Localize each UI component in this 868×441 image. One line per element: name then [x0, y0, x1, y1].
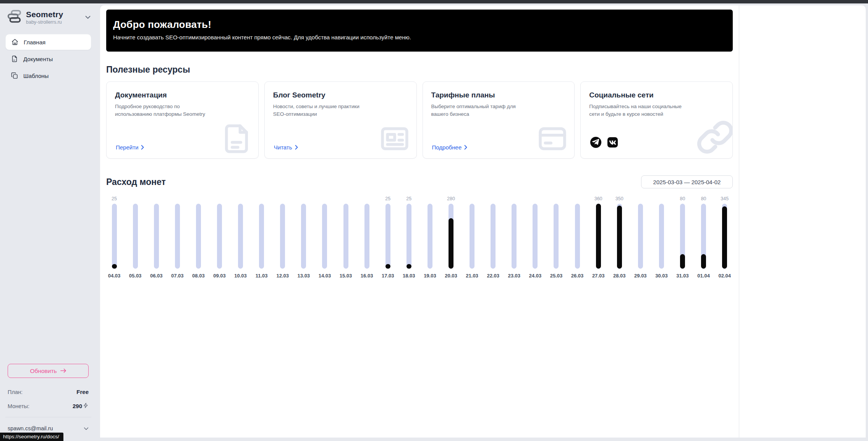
- chart-bar-column: 09.03: [211, 196, 227, 279]
- bar-date-label: 15.03: [340, 273, 352, 279]
- bar-date-label: 01.04: [697, 273, 710, 279]
- bar-track: [617, 204, 622, 269]
- bar-date-label: 29.03: [634, 273, 647, 279]
- bar-track: [259, 204, 264, 269]
- upgrade-button[interactable]: Обновить: [8, 364, 89, 378]
- chart-bar-column: 06.03: [148, 196, 164, 279]
- plan-row: План: Free: [8, 389, 89, 395]
- vk-icon[interactable]: [607, 137, 618, 149]
- bar-date-label: 28.03: [613, 273, 626, 279]
- window-top-strip: [0, 0, 868, 3]
- chart-bar-column: 29.03: [632, 196, 648, 279]
- bar-track: [533, 204, 538, 269]
- card-link[interactable]: Подробнее: [432, 144, 468, 151]
- sidebar-item-label: Документы: [23, 56, 53, 62]
- arrow-right-icon: [60, 368, 66, 375]
- card-description: Подробное руководство по использованию п…: [115, 103, 211, 118]
- coins-label: Монеты:: [8, 403, 29, 409]
- bar-date-label: 23.03: [508, 273, 521, 279]
- card-watermark: [535, 122, 570, 156]
- card-link[interactable]: Перейти: [116, 144, 144, 151]
- bar-track: [659, 204, 664, 269]
- bar-date-label: 17.03: [382, 273, 394, 279]
- bar-track: [280, 204, 285, 269]
- sidebar-item-документы[interactable]: Документы: [5, 51, 91, 67]
- chevron-right-icon: [464, 145, 467, 150]
- browser-status-bar: https://seometry.ru/docs/: [0, 433, 63, 441]
- telegram-icon[interactable]: [590, 136, 602, 150]
- chart-bar-column: 22.03: [485, 196, 501, 279]
- bar-date-label: 27.03: [592, 273, 605, 279]
- welcome-title: Добро пожаловать!: [113, 19, 726, 31]
- chart-bar-column: 08.03: [190, 196, 206, 279]
- bar-track: [133, 204, 138, 269]
- bar-track: [470, 204, 474, 269]
- bar-track: [575, 204, 580, 269]
- bar-track: [596, 204, 601, 269]
- bar-track: [217, 204, 222, 269]
- bar-track: [512, 204, 517, 269]
- bar-track: [112, 204, 117, 269]
- panel-divider: [739, 5, 739, 438]
- bar-value-label: 280: [447, 196, 455, 202]
- resource-card: Блог SeometryНовости, советы и лучшие пр…: [264, 81, 417, 159]
- bar-track: [406, 204, 411, 269]
- card-description: Выберите оптимальный тариф для вашего би…: [431, 103, 527, 118]
- chart-bar-column: 14.03: [317, 196, 333, 279]
- bar-value-label: 25: [112, 196, 117, 202]
- bar-track: [196, 204, 201, 269]
- bar-fill: [385, 264, 390, 269]
- card-description: Подписывайтесь на наши социальные сети и…: [589, 103, 685, 118]
- project-switcher[interactable]: Seometry baby-strollerrs.ru: [6, 8, 91, 26]
- bar-fill: [617, 206, 622, 269]
- bar-fill: [596, 204, 601, 269]
- sidebar-item-шаблоны[interactable]: Шаблоны: [5, 68, 91, 84]
- chart-bar-column: 30.03: [653, 196, 669, 279]
- logo-texts: Seometry baby-strollerrs.ru: [26, 10, 84, 25]
- link-watermark: [693, 115, 733, 159]
- card-description: Новости, советы и лучшие практики SEO-оп…: [273, 103, 369, 118]
- bar-value-label: 360: [594, 196, 602, 202]
- resource-card: Социальные сетиПодписывайтесь на наши со…: [580, 81, 733, 159]
- card-link[interactable]: Читать: [274, 144, 298, 151]
- bar-date-label: 07.03: [171, 273, 184, 279]
- bar-date-label: 18.03: [403, 273, 415, 279]
- bar-date-label: 25.03: [550, 273, 563, 279]
- bar-date-label: 13.03: [298, 273, 310, 279]
- bar-track: [385, 204, 390, 269]
- chart-bar-column: 8001.04: [696, 196, 712, 279]
- card-link-label: Подробнее: [432, 144, 462, 151]
- bar-date-label: 04.03: [108, 273, 121, 279]
- chart-bar-column: 2518.03: [401, 196, 417, 279]
- account-email: spawn.cs@mail.ru: [8, 425, 53, 431]
- chart-bar-column: 13.03: [296, 196, 312, 279]
- sidebar-nav: ГлавнаяДокументыШаблоны: [5, 34, 91, 84]
- sidebar-item-label: Главная: [24, 39, 45, 45]
- chart-bar-column: 28020.03: [443, 196, 459, 279]
- chart-bar-column: 35028.03: [611, 196, 627, 279]
- card-link-label: Перейти: [116, 144, 138, 151]
- coin-spend-chart: 2504.0305.0306.0307.0308.0309.0310.0311.…: [106, 196, 733, 279]
- bar-track: [322, 204, 327, 269]
- bar-track: [554, 204, 559, 269]
- document-icon: [11, 55, 18, 63]
- bar-date-label: 05.03: [129, 273, 142, 279]
- chart-bar-column: 23.03: [506, 196, 522, 279]
- app-name: Seometry: [26, 10, 84, 19]
- bar-value-label: 350: [615, 196, 623, 202]
- chart-heading: Расход монет: [106, 177, 166, 187]
- card-title: Документация: [115, 91, 250, 99]
- sidebar-item-главная[interactable]: Главная: [5, 34, 91, 50]
- bar-track: [301, 204, 306, 269]
- card-link-label: Читать: [274, 144, 292, 151]
- date-range-picker[interactable]: 2025-03-03 — 2025-04-02: [641, 175, 733, 188]
- welcome-banner: Добро пожаловать! Начните создавать SEO-…: [106, 10, 733, 52]
- bar-fill: [449, 218, 453, 269]
- bar-fill: [112, 264, 117, 269]
- bar-date-label: 22.03: [487, 273, 499, 279]
- bar-date-label: 06.03: [150, 273, 163, 279]
- social-links: [590, 136, 618, 150]
- bar-track: [343, 204, 348, 269]
- chart-bar-column: 24.03: [527, 196, 543, 279]
- chart-bar-column: 19.03: [422, 196, 438, 279]
